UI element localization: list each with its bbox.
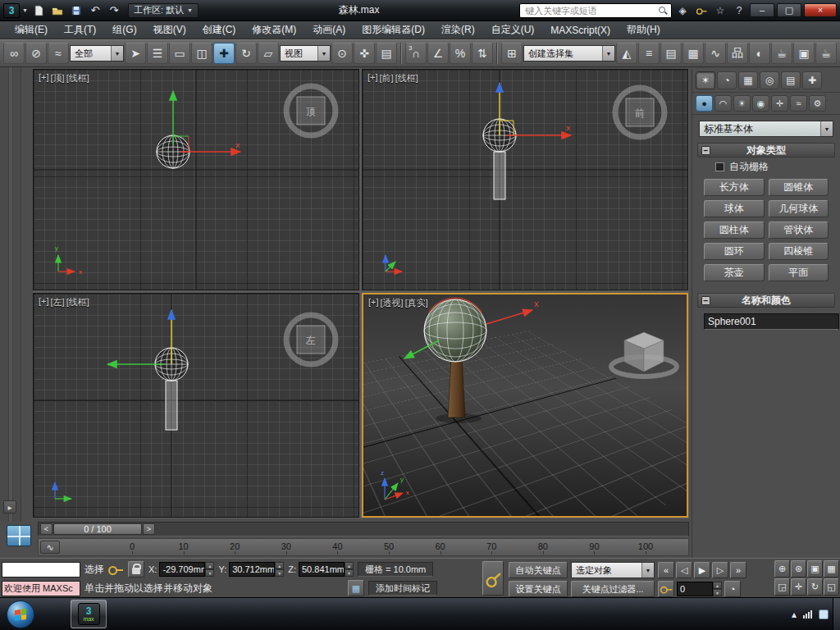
start-button[interactable] — [7, 600, 34, 628]
object-name-field[interactable] — [704, 313, 839, 330]
mini-curve-editor-button[interactable]: ∿ — [40, 541, 60, 554]
taskbar-3dsmax-button[interactable]: 3 max — [71, 600, 107, 628]
dropdown-arrow-icon[interactable]: ▼ — [641, 563, 654, 578]
max-logo-icon[interactable]: 3 — [3, 3, 20, 18]
viewport-menu-button[interactable]: [+] — [39, 296, 49, 308]
menu-item[interactable]: 修改器(M) — [244, 21, 304, 39]
next-frame-nudge-button[interactable]: > — [143, 523, 155, 535]
curve-editor-icon[interactable]: ∿ — [705, 43, 726, 64]
object-type-button[interactable]: 四棱锥 — [769, 243, 829, 260]
x-spinner[interactable]: ▲▼ — [205, 562, 214, 577]
pan-icon[interactable]: ✛ — [791, 578, 806, 596]
zoom-all-icon[interactable]: ⊛ — [791, 560, 806, 578]
time-slider[interactable]: < 0 / 100 > — [38, 522, 689, 536]
maximize-button[interactable]: ▢ — [777, 3, 801, 17]
align-icon[interactable]: ≡ — [638, 43, 660, 64]
edit-named-selections-icon[interactable]: ⊞ — [501, 43, 523, 64]
viewcube[interactable]: 左 — [286, 315, 336, 364]
viewport-layout-icon[interactable] — [7, 525, 31, 546]
play-button[interactable]: ▶ — [694, 562, 710, 578]
sign-in-key-icon[interactable] — [693, 3, 710, 18]
space-warps-category[interactable]: ≈ — [790, 95, 807, 112]
save-file-button[interactable] — [68, 2, 84, 19]
open-file-button[interactable] — [49, 2, 66, 19]
search-icon[interactable] — [658, 6, 668, 16]
zoom-icon[interactable]: ⊕ — [774, 560, 790, 578]
show-desktop-button[interactable] — [833, 598, 840, 630]
dropdown-arrow-icon[interactable]: ▼ — [820, 121, 833, 136]
menu-item[interactable]: 编辑(E) — [7, 21, 56, 39]
minimize-button[interactable]: – — [750, 3, 774, 17]
cameras-category[interactable]: ◉ — [752, 95, 769, 112]
tree-object[interactable] — [424, 298, 486, 418]
viewport-left[interactable]: 左 [+] [左] [线框] — [33, 293, 359, 518]
dropdown-arrow-icon[interactable]: ▼ — [111, 46, 123, 61]
previous-frame-button[interactable]: ◁ — [676, 562, 692, 578]
viewport-front[interactable]: X 前 [+] [前] [线框] — [362, 69, 688, 290]
x-coordinate-field[interactable]: X: -29.709mm ▲▼ — [148, 562, 214, 577]
z-value[interactable]: 50.841mm — [299, 562, 345, 577]
viewport-pov-button[interactable]: [前] — [380, 72, 394, 84]
render-production-icon[interactable]: ☕ — [815, 43, 837, 64]
bind-to-space-warp-icon[interactable]: ≈ — [48, 43, 69, 64]
rendered-frame-icon[interactable]: ▣ — [793, 43, 815, 64]
object-type-rollout-header[interactable]: − 对象类型 — [697, 143, 835, 158]
keyboard-override-icon[interactable]: ▤ — [376, 43, 397, 64]
object-type-button[interactable]: 平面 — [769, 264, 829, 281]
object-type-button[interactable]: 圆柱体 — [704, 221, 765, 239]
dropdown-arrow-icon[interactable]: ▼ — [602, 46, 614, 61]
window-crossing-icon[interactable]: ◫ — [191, 43, 212, 64]
add-time-tag[interactable]: 添加时间标记 — [368, 581, 437, 596]
redo-button[interactable]: ↷ — [106, 2, 122, 19]
tray-app-icon[interactable] — [819, 609, 829, 619]
go-to-start-button[interactable]: « — [658, 562, 674, 578]
graphite-ribbon-icon[interactable]: ▦ — [682, 43, 704, 64]
unlink-selection-icon[interactable]: ⊘ — [25, 43, 47, 64]
viewcube[interactable]: 顶 — [286, 86, 336, 135]
y-value[interactable]: 30.712mm — [229, 562, 275, 577]
viewport-menu-button[interactable]: [+] — [39, 72, 49, 84]
favorites-star-icon[interactable]: ☆ — [712, 3, 728, 18]
autogrid-checkbox[interactable] — [715, 162, 724, 171]
name-color-rollout-header[interactable]: − 名称和颜色 — [697, 293, 835, 308]
menu-item[interactable]: MAXScript(X) — [542, 23, 619, 38]
object-type-button[interactable]: 管状体 — [769, 221, 829, 239]
object-type-button[interactable]: 茶壶 — [704, 264, 765, 281]
key-filters-button[interactable]: 关键点过滤器... — [571, 581, 655, 597]
select-and-link-icon[interactable]: ∞ — [3, 43, 25, 64]
y-spinner[interactable]: ▲▼ — [275, 562, 284, 577]
viewport-shading-button[interactable]: [线框] — [66, 296, 89, 308]
menu-item[interactable]: 工具(T) — [56, 21, 104, 39]
menu-item[interactable]: 自定义(U) — [483, 21, 543, 39]
menu-item[interactable]: 组(G) — [104, 21, 144, 39]
menu-item[interactable]: 创建(C) — [194, 21, 244, 39]
zoom-extents-icon[interactable]: ▣ — [807, 560, 823, 578]
viewport-perspective[interactable]: X x y z [+] [透视] [真 — [362, 293, 688, 518]
close-button[interactable]: × — [804, 3, 837, 17]
select-and-manipulate-icon[interactable]: ✜ — [354, 43, 375, 64]
percent-snap-icon[interactable]: % — [450, 43, 471, 64]
maxscript-listener-line1[interactable] — [2, 562, 80, 578]
select-and-scale-icon[interactable]: ▱ — [258, 43, 279, 64]
shapes-category[interactable]: ◠ — [714, 95, 732, 112]
object-type-button[interactable]: 圆环 — [704, 243, 765, 260]
select-and-move-icon[interactable]: ✚ — [213, 43, 235, 64]
snap-toggle-icon[interactable]: ∩3 — [405, 43, 427, 64]
viewcube[interactable] — [611, 332, 677, 377]
systems-category[interactable]: ⚙ — [809, 95, 826, 112]
hierarchy-tab[interactable]: ▦ — [738, 71, 758, 89]
viewport-menu-button[interactable]: [+] — [368, 297, 379, 309]
viewport-shading-button[interactable]: [真实] — [405, 297, 428, 309]
previous-frame-nudge-button[interactable]: < — [40, 523, 52, 535]
material-editor-icon[interactable]: ◐ — [749, 43, 770, 64]
select-object-icon[interactable]: ➤ — [125, 43, 146, 64]
application-menu-arrow-icon[interactable]: ▼ — [22, 7, 28, 13]
maximize-viewport-icon[interactable]: ◱ — [824, 578, 839, 596]
infocenter-search[interactable] — [519, 3, 672, 18]
set-key-button[interactable] — [482, 561, 504, 596]
zoom-extents-all-icon[interactable]: ▦ — [824, 560, 839, 578]
y-coordinate-field[interactable]: Y: 30.712mm ▲▼ — [218, 562, 284, 577]
track-bar[interactable]: ∿ 0102030405060708090100 — [38, 538, 689, 556]
render-setup-icon[interactable]: ☕ — [771, 43, 792, 64]
dropdown-arrow-icon[interactable]: ▼ — [317, 46, 330, 61]
